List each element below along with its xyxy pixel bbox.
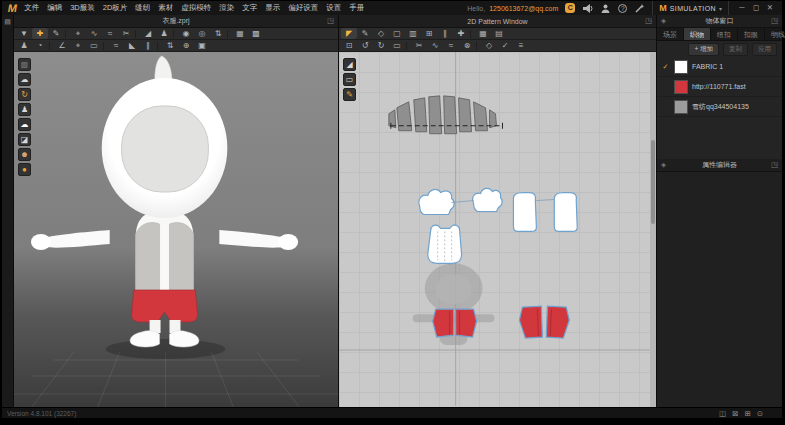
zipper-tool-icon[interactable]: ⇅ bbox=[210, 28, 226, 39]
layout-with-panel-icon[interactable]: ⊠ bbox=[732, 408, 738, 419]
measure-tape-icon[interactable]: ⌖ bbox=[70, 40, 86, 51]
menu-preferences[interactable]: 偏好设置 bbox=[288, 3, 318, 13]
edit-curve-icon[interactable]: ◇ bbox=[373, 28, 389, 39]
tab-topstitch[interactable]: 明线 bbox=[765, 28, 785, 40]
fabric-swatch[interactable] bbox=[674, 60, 688, 74]
sew-segment-2d-icon[interactable]: ∿ bbox=[427, 40, 443, 51]
account-email[interactable]: 1250613672@qq.com bbox=[489, 5, 558, 12]
add-point-icon[interactable]: ✚ bbox=[453, 28, 469, 39]
show-fabric-texture-icon[interactable]: ▩ bbox=[248, 28, 264, 39]
show-avatar-icon[interactable]: ☻ bbox=[18, 148, 31, 161]
measure-angle-icon[interactable]: ∠ bbox=[54, 40, 70, 51]
show-pattern-half-icon[interactable]: ◪ bbox=[18, 133, 31, 146]
popout-window-icon[interactable]: ◳ bbox=[327, 16, 334, 25]
help-icon[interactable]: ? bbox=[618, 4, 627, 13]
layout-quad-icon[interactable]: ⊞ bbox=[744, 408, 750, 419]
fold-arrangement-icon[interactable]: ◢ bbox=[140, 28, 156, 39]
show-texture-2d-icon[interactable]: ▤ bbox=[491, 28, 507, 39]
show-grid-icon[interactable]: ▦ bbox=[475, 28, 491, 39]
box-select-2d-icon[interactable]: ▭ bbox=[343, 73, 356, 86]
library-panel-icon[interactable]: ▤ bbox=[4, 18, 11, 26]
menu-file[interactable]: 文件 bbox=[24, 3, 39, 13]
panel-pin-icon[interactable]: ◈ bbox=[661, 161, 666, 169]
avatar-garment-icon[interactable]: ♟ bbox=[18, 103, 31, 116]
add-pattern-icon[interactable]: ▢ bbox=[389, 28, 405, 39]
layer-order-icon[interactable]: ⇅ bbox=[162, 40, 178, 51]
sew-segment-icon[interactable]: ∿ bbox=[86, 28, 102, 39]
transform-pattern-icon[interactable]: ◤ bbox=[341, 28, 357, 39]
fabric-list-item[interactable]: 雪纺qq344504135 bbox=[657, 97, 782, 117]
apply-fabric-button[interactable]: 应用 bbox=[752, 43, 777, 56]
panel-pin-icon[interactable]: ◈ bbox=[661, 17, 666, 25]
rectangle-tool-icon[interactable]: ▭ bbox=[389, 40, 405, 51]
show-fabric-grid-icon[interactable]: ▦ bbox=[232, 28, 248, 39]
rotate-ccw-icon[interactable]: ↺ bbox=[357, 40, 373, 51]
rotate-cw-icon[interactable]: ↻ bbox=[373, 40, 389, 51]
menu-edit[interactable]: 编辑 bbox=[47, 3, 62, 13]
sew-free-2d-icon[interactable]: ≈ bbox=[443, 40, 459, 51]
walk-avatar-icon[interactable]: ♟ bbox=[16, 40, 32, 51]
flatten-icon[interactable]: ▭ bbox=[86, 40, 102, 51]
select-move-icon[interactable]: ✚ bbox=[32, 28, 48, 39]
viewport-3d[interactable]: ▩☁↻♟☁◪☻● bbox=[14, 52, 338, 407]
show-garment-dark-icon[interactable]: ▩ bbox=[18, 58, 31, 71]
pen-2d-icon[interactable]: ✎ bbox=[343, 88, 356, 101]
copy-pattern-icon[interactable]: ▥ bbox=[405, 28, 421, 39]
menu-material[interactable]: 素材 bbox=[158, 3, 173, 13]
pleats-icon[interactable]: ∥ bbox=[140, 40, 156, 51]
add-detail-icon[interactable]: ⊕ bbox=[178, 40, 194, 51]
user-profile-icon[interactable] bbox=[600, 3, 611, 14]
simulate-icon[interactable]: ▼ bbox=[16, 28, 32, 39]
credits-icon[interactable]: C bbox=[565, 3, 575, 13]
pattern-canvas-2d[interactable]: ◢▭✎ bbox=[339, 52, 656, 407]
grade-pattern-icon[interactable]: ⊞ bbox=[421, 28, 437, 39]
edit-sewing-icon[interactable]: ✂ bbox=[118, 28, 134, 39]
menu-render[interactable]: 渲染 bbox=[219, 3, 234, 13]
maximize-button[interactable]: ◻ bbox=[750, 1, 762, 15]
tab-buttonhole[interactable]: 扣眼 bbox=[738, 28, 765, 40]
minimize-button[interactable]: ─ bbox=[736, 1, 748, 15]
copy-fabric-button[interactable]: 复制 bbox=[723, 43, 748, 56]
menu-avatar[interactable]: 虚拟模特 bbox=[181, 3, 211, 13]
unsew-icon[interactable]: ⊗ bbox=[459, 40, 475, 51]
popout-window-icon[interactable]: ◳ bbox=[771, 16, 778, 25]
tab-fabric[interactable]: 织物 bbox=[684, 28, 711, 40]
fabric-swatch[interactable] bbox=[674, 100, 688, 114]
curve-point-icon[interactable]: ◇ bbox=[481, 40, 497, 51]
announcement-icon[interactable] bbox=[582, 3, 593, 14]
popout-window-icon[interactable]: ◳ bbox=[771, 160, 778, 169]
scrollbar-thumb[interactable] bbox=[651, 140, 655, 224]
scrollbar-vertical[interactable] bbox=[650, 52, 656, 407]
sync-layout-icon[interactable]: ⊙ bbox=[757, 408, 763, 419]
close-button[interactable]: ✕ bbox=[764, 1, 776, 15]
edit-pattern-icon[interactable]: ✎ bbox=[357, 28, 373, 39]
pleats-2d-icon[interactable]: ∥ bbox=[437, 28, 453, 39]
cut-tool-icon[interactable]: ✂ bbox=[411, 40, 427, 51]
menu-3d-garment[interactable]: 3D服装 bbox=[70, 3, 95, 13]
menu-manual[interactable]: 手册 bbox=[349, 3, 364, 13]
show-shirt-icon[interactable]: ☁ bbox=[18, 118, 31, 131]
wand-icon[interactable] bbox=[634, 3, 645, 14]
show-gizmo-icon[interactable]: ● bbox=[18, 163, 31, 176]
tab-scene[interactable]: 场景 bbox=[657, 28, 684, 40]
fabric-list-item[interactable]: ✓ FABRIC 1 bbox=[657, 57, 782, 77]
fabric-list-item[interactable]: http://110771.fast bbox=[657, 77, 782, 97]
buttonhole-tool-icon[interactable]: ◎ bbox=[194, 28, 210, 39]
tack-on-avatar-icon[interactable]: ♟ bbox=[156, 28, 172, 39]
menu-sewing[interactable]: 缝纫 bbox=[135, 3, 150, 13]
sync-garment-icon[interactable]: ↻ bbox=[18, 88, 31, 101]
select-mesh-icon[interactable]: ✎ bbox=[48, 28, 64, 39]
popout-window-icon[interactable]: ◳ bbox=[645, 16, 652, 25]
render-preview-icon[interactable]: ▣ bbox=[194, 40, 210, 51]
menu-display[interactable]: 显示 bbox=[265, 3, 280, 13]
menu-2d-pattern[interactable]: 2D板片 bbox=[103, 3, 128, 13]
move-arrange-icon[interactable]: ⊡ bbox=[341, 40, 357, 51]
layout-two-pane-icon[interactable]: ◫ bbox=[719, 408, 726, 419]
garment-file-tab[interactable]: 衣服.zprj bbox=[162, 16, 189, 26]
avatar-pose-icon[interactable]: ◔ bbox=[32, 40, 48, 51]
align-tools-icon[interactable]: ≡ bbox=[513, 40, 529, 51]
button-tool-icon[interactable]: ◉ bbox=[178, 28, 194, 39]
fabric-swatch[interactable] bbox=[674, 80, 688, 94]
mode-selector[interactable]: M SIMULATION ▾ bbox=[652, 1, 729, 15]
menu-text[interactable]: 文字 bbox=[242, 3, 257, 13]
